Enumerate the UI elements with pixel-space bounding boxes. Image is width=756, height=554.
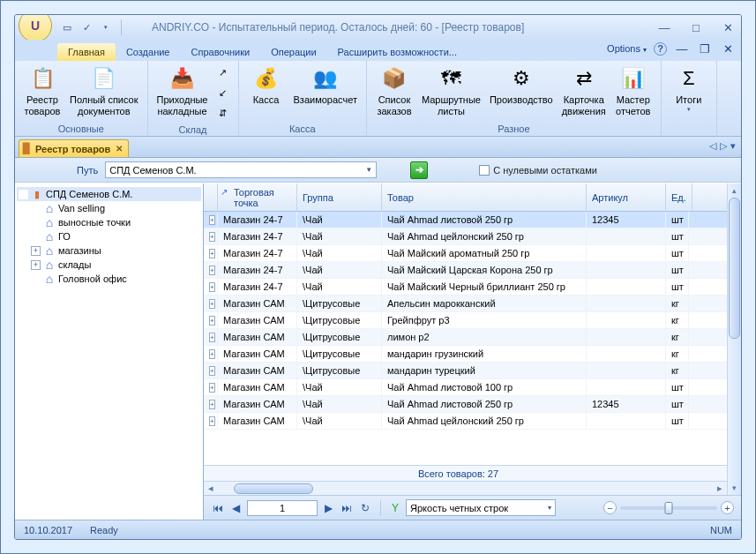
table-row[interactable]: +Магазин 24-7\ЧайЧай Ahmad листовой 250 … xyxy=(204,212,727,228)
zoom-thumb[interactable] xyxy=(665,502,673,514)
ribbon-button[interactable]: 📥Приходныенакладные xyxy=(153,63,212,118)
tree-node[interactable]: СПД Семенов С.М. xyxy=(17,187,201,201)
row-expand-icon[interactable]: + xyxy=(209,383,215,393)
table-row[interactable]: +Магазин 24-7\ЧайЧай Ahmad цейлонский 25… xyxy=(204,228,727,245)
ribbon-button[interactable]: 📦Списокзаказов xyxy=(372,63,416,118)
row-expand-icon[interactable]: + xyxy=(209,333,215,342)
table-row[interactable]: +Магазин САМ\Цитрусовыемандарин турецкий… xyxy=(204,363,727,379)
table-row[interactable]: +Магазин САМ\Цитрусовыемандарин грузинск… xyxy=(204,346,727,363)
row-expand-icon[interactable]: + xyxy=(209,416,215,426)
horizontal-scrollbar[interactable]: ◂ ▸ xyxy=(204,481,727,495)
mdi-minimize-button[interactable]: — xyxy=(674,41,690,56)
row-expand-icon[interactable]: + xyxy=(209,215,215,225)
tree-node[interactable]: ГО xyxy=(17,229,201,243)
tree-expand-icon[interactable]: + xyxy=(31,246,41,256)
table-row[interactable]: +Магазин САМ\ЧайЧай Ahmad листовой 100 г… xyxy=(204,379,727,396)
qa-new-icon[interactable]: ▭ xyxy=(59,19,75,35)
maximize-button[interactable]: □ xyxy=(688,20,704,34)
ribbon-button[interactable]: 💰Касса xyxy=(244,63,288,108)
ribbon-tab-1[interactable]: Создание xyxy=(116,43,181,61)
zoom-out-button[interactable]: − xyxy=(603,501,617,514)
tree-node[interactable]: +магазины xyxy=(17,243,201,258)
ribbon-button[interactable]: 👥Взаиморасчет xyxy=(290,63,361,108)
row-expand-icon[interactable]: + xyxy=(209,282,215,292)
scroll-left-icon[interactable]: ◂ xyxy=(204,483,218,494)
row-expand-icon[interactable]: + xyxy=(209,316,215,326)
row-expand-icon[interactable]: + xyxy=(209,366,215,376)
vscroll-thumb[interactable] xyxy=(729,198,740,339)
vertical-scrollbar[interactable]: ▴ ▾ xyxy=(727,183,741,495)
ribbon-button[interactable]: ⚙Производство xyxy=(486,63,557,108)
col-group[interactable]: Группа xyxy=(297,183,382,211)
scroll-right-icon[interactable]: ▸ xyxy=(713,483,727,494)
table-row[interactable]: +Магазин САМ\ЧайЧай Ahmad листовой 250 г… xyxy=(204,396,727,413)
ribbon-button[interactable]: 📋Реестртоваров xyxy=(20,63,64,118)
tab-scroll-left-icon[interactable]: ◁ xyxy=(709,140,716,152)
ribbon-small-button[interactable]: ⇵ xyxy=(213,103,233,123)
row-expand-icon[interactable]: + xyxy=(209,349,215,359)
nav-refresh-icon[interactable]: ↻ xyxy=(359,502,371,514)
ribbon-button[interactable]: ⇄Карточкадвижения xyxy=(558,63,610,118)
col-article[interactable]: Артикул xyxy=(587,183,666,211)
table-row[interactable]: +Магазин САМ\ЦитрусовыеГрейпфрут р3кг xyxy=(204,312,727,329)
mdi-restore-button[interactable]: ❐ xyxy=(697,41,713,56)
row-expand-icon[interactable]: + xyxy=(209,249,215,258)
nav-first-icon[interactable]: ⏮ xyxy=(211,502,225,514)
filter-icon[interactable]: Y xyxy=(390,502,400,514)
row-expand-icon[interactable]: + xyxy=(209,266,215,275)
mdi-close-button[interactable]: ✕ xyxy=(720,41,736,56)
page-input[interactable] xyxy=(247,500,318,516)
scroll-up-icon[interactable]: ▴ xyxy=(728,183,741,198)
tab-list-icon[interactable]: ▾ xyxy=(730,140,736,152)
ribbon-button[interactable]: ΣИтоги▾ xyxy=(667,63,711,115)
tab-scroll-right-icon[interactable]: ▷ xyxy=(720,140,727,152)
table-row[interactable]: +Магазин САМ\ЧайЧай Ahmad цейлонский 250… xyxy=(204,413,727,430)
tree-expand-icon[interactable]: + xyxy=(31,260,41,270)
col-unit[interactable]: Ед. xyxy=(666,183,692,211)
brightness-combobox[interactable]: Яркость четных строк xyxy=(406,499,556,516)
col-expand[interactable] xyxy=(204,183,218,211)
go-button[interactable]: ➔ xyxy=(410,161,428,179)
minimize-button[interactable]: — xyxy=(656,20,672,34)
tree-pane[interactable]: СПД Семенов С.М.Van sellingвыносные точк… xyxy=(15,183,204,520)
ribbon-tab-3[interactable]: Операции xyxy=(260,43,326,61)
ribbon-small-button[interactable]: ↗ xyxy=(213,63,233,82)
qa-dropdown-icon[interactable]: ▾ xyxy=(98,19,114,35)
row-expand-icon[interactable]: + xyxy=(209,400,215,409)
row-expand-icon[interactable]: + xyxy=(209,299,215,309)
tree-node[interactable]: Головной офис xyxy=(17,272,201,286)
close-button[interactable]: ✕ xyxy=(720,20,736,34)
zoom-in-button[interactable]: + xyxy=(721,501,734,514)
table-row[interactable]: +Магазин САМ\Цитрусовыелимон р2кг xyxy=(204,329,727,346)
tree-node[interactable]: +склады xyxy=(17,258,201,272)
row-expand-icon[interactable]: + xyxy=(209,232,215,242)
tree-node[interactable]: Van selling xyxy=(17,201,201,215)
ribbon-tab-2[interactable]: Справочники xyxy=(181,43,261,61)
table-row[interactable]: +Магазин 24-7\ЧайЧай Майский ароматный 2… xyxy=(204,245,727,262)
qa-save-icon[interactable]: ✓ xyxy=(79,19,94,35)
tree-node[interactable]: выносные точки xyxy=(17,215,201,229)
nav-next-icon[interactable]: ▶ xyxy=(323,502,334,514)
hscroll-thumb[interactable] xyxy=(234,483,313,494)
document-tab[interactable]: ▉ Реестр товаров ✕ xyxy=(19,139,129,157)
grid-body[interactable]: +Магазин 24-7\ЧайЧай Ahmad листовой 250 … xyxy=(204,212,727,465)
scroll-down-icon[interactable]: ▾ xyxy=(728,481,741,495)
app-icon[interactable]: U xyxy=(19,14,52,42)
table-row[interactable]: +Магазин САМ\ЦитрусовыеАпельсин мароккан… xyxy=(204,296,727,312)
nav-last-icon[interactable]: ⏭ xyxy=(340,502,354,514)
table-row[interactable]: +Магазин 24-7\ЧайЧай Майский Царская Кор… xyxy=(204,262,727,279)
col-tradepoint[interactable]: Торговая точка xyxy=(218,183,297,211)
ribbon-small-button[interactable]: ↙ xyxy=(213,83,233,102)
options-menu[interactable]: Options xyxy=(607,43,647,54)
path-combobox[interactable]: СПД Семенов С.М. ▼ xyxy=(105,161,377,178)
ribbon-button[interactable]: 📊Мастеротчетов xyxy=(611,63,655,118)
zoom-slider[interactable] xyxy=(620,506,717,510)
ribbon-tab-4[interactable]: Расширить возможности... xyxy=(327,43,468,61)
col-product[interactable]: Товар xyxy=(382,183,587,211)
help-icon[interactable]: ? xyxy=(654,42,667,56)
nav-prev-icon[interactable]: ◀ xyxy=(230,502,242,514)
zero-stock-checkbox[interactable]: С нулевыми остатками xyxy=(479,165,597,176)
ribbon-tab-0[interactable]: Главная xyxy=(57,43,116,61)
table-row[interactable]: +Магазин 24-7\ЧайЧай Майский Черный брил… xyxy=(204,279,727,296)
ribbon-button[interactable]: 🗺Маршрутныелисты xyxy=(418,63,484,118)
